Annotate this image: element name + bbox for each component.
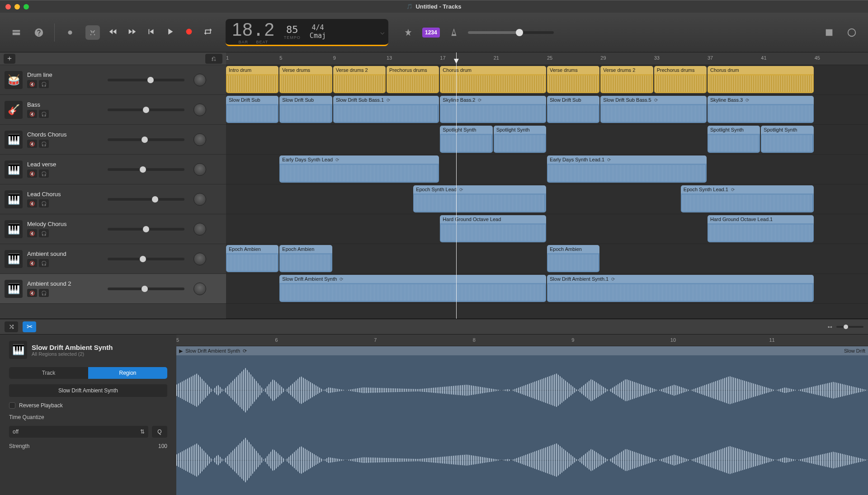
- track-lane[interactable]: Early Days Synth Lead ⟳Early Days Synth …: [226, 155, 868, 184]
- mute-button[interactable]: 🔇: [27, 140, 37, 148]
- track-volume-slider[interactable]: [108, 108, 184, 111]
- track-name[interactable]: Chords Chorus: [27, 131, 99, 138]
- editor-clip-header[interactable]: ▶ Slow Drift Ambient Synth ⟳ Slow Drift: [176, 346, 868, 355]
- track-volume-slider[interactable]: [108, 288, 184, 290]
- track-lane[interactable]: Epoch AmbienEpoch AmbienEpoch Ambien: [226, 244, 868, 274]
- arrangement-timeline[interactable]: 159131721252933374145 Intro drumVerse dr…: [226, 52, 868, 319]
- library-icon[interactable]: [9, 25, 24, 40]
- minimize-window-icon[interactable]: [14, 4, 20, 9]
- region[interactable]: Spotlight Synth: [440, 126, 492, 153]
- quantize-button[interactable]: Q: [152, 426, 167, 438]
- track-lane[interactable]: Hard Ground Octave LeadHard Ground Octav…: [226, 214, 868, 244]
- mute-button[interactable]: 🔇: [27, 199, 37, 207]
- track-header[interactable]: 🎹 Lead verse 🔇 🎧: [0, 155, 226, 184]
- track-name[interactable]: Drum line: [27, 71, 99, 78]
- help-icon[interactable]: [32, 25, 46, 40]
- record-button[interactable]: [184, 27, 194, 38]
- region[interactable]: Slow Drift Sub: [547, 96, 599, 123]
- track-name[interactable]: Bass: [27, 101, 99, 108]
- region[interactable]: Epoch Ambien: [547, 245, 599, 272]
- add-track-button[interactable]: ＋: [4, 54, 15, 64]
- region[interactable]: Verse drums: [279, 66, 332, 93]
- track-volume-slider[interactable]: [108, 79, 184, 81]
- notepad-icon[interactable]: [822, 25, 836, 40]
- region[interactable]: Slow Drift Ambient Synth ⟳: [279, 275, 546, 302]
- region[interactable]: Verse drums: [547, 66, 599, 93]
- playhead[interactable]: [456, 52, 457, 319]
- region[interactable]: Slow Drift Ambient Synth.1 ⟳: [547, 275, 814, 302]
- play-clip-icon[interactable]: ▶: [179, 348, 183, 354]
- region[interactable]: Prechorus drums: [387, 66, 439, 93]
- editor-ruler[interactable]: 567891011: [176, 335, 868, 346]
- headphones-button[interactable]: 🎧: [39, 259, 49, 267]
- headphones-button[interactable]: 🎧: [39, 199, 49, 207]
- region[interactable]: Spotlight Synth: [708, 126, 760, 153]
- track-name[interactable]: Ambient sound: [27, 250, 99, 257]
- tuner-icon[interactable]: [401, 25, 415, 40]
- headphones-button[interactable]: 🎧: [39, 140, 49, 148]
- region[interactable]: Slow Drift Sub Bass.1 ⟳: [333, 96, 439, 123]
- track-header[interactable]: 🎸 Bass 🔇 🎧: [0, 95, 226, 125]
- region[interactable]: Skyline Bass.3 ⟳: [708, 96, 814, 123]
- zoom-window-icon[interactable]: [24, 4, 29, 9]
- master-volume-slider[interactable]: [468, 31, 554, 34]
- region[interactable]: Spotlight Synth: [761, 126, 813, 153]
- automation-toggle-icon[interactable]: ⎌: [205, 54, 222, 64]
- brightness-icon[interactable]: [63, 25, 77, 40]
- region[interactable]: Verse drums 2: [333, 66, 386, 93]
- track-region-segmented[interactable]: Track Region: [9, 367, 167, 379]
- track-volume-slider[interactable]: [108, 258, 184, 260]
- region[interactable]: Epoch Synth Lead ⟳: [413, 185, 546, 212]
- mute-button[interactable]: 🔇: [27, 80, 37, 88]
- track-lane[interactable]: Intro drumVerse drumsVerse drums 2Precho…: [226, 65, 868, 95]
- cycle-button[interactable]: [203, 27, 213, 38]
- track-name[interactable]: Melody Chorus: [27, 221, 99, 227]
- track-volume-slider[interactable]: [108, 198, 184, 201]
- headphones-button[interactable]: 🎧: [39, 80, 49, 88]
- track-header[interactable]: 🎹 Ambient sound 2 🔇 🎧: [0, 274, 226, 304]
- chevron-down-icon[interactable]: ⌵: [380, 28, 385, 36]
- traffic-lights[interactable]: [5, 4, 29, 9]
- track-name[interactable]: Lead Chorus: [27, 191, 99, 198]
- track-pan-knob[interactable]: [193, 193, 206, 206]
- reverse-playback-checkbox[interactable]: Reverse Playback: [9, 402, 167, 409]
- count-in-button[interactable]: 1234: [422, 28, 440, 38]
- tab-track[interactable]: Track: [9, 367, 88, 379]
- region[interactable]: Spotlight Synth: [494, 126, 546, 153]
- region[interactable]: Prechorus drums: [654, 66, 707, 93]
- track-lane[interactable]: Slow Drift Ambient Synth ⟳Slow Drift Amb…: [226, 274, 868, 304]
- track-lane[interactable]: Slow Drift SubSlow Drift SubSlow Drift S…: [226, 95, 868, 125]
- track-volume-slider[interactable]: [108, 138, 184, 141]
- play-button[interactable]: [165, 27, 175, 38]
- headphones-button[interactable]: 🎧: [39, 170, 49, 178]
- headphones-button[interactable]: 🎧: [39, 289, 49, 297]
- tab-region[interactable]: Region: [88, 367, 167, 379]
- track-volume-slider[interactable]: [108, 168, 184, 171]
- region[interactable]: Epoch Synth Lead.1 ⟳: [681, 185, 814, 212]
- track-name[interactable]: Lead verse: [27, 161, 99, 168]
- track-pan-knob[interactable]: [193, 253, 206, 265]
- region[interactable]: Epoch Ambien: [226, 245, 278, 272]
- lcd-key[interactable]: Cmaj: [310, 32, 326, 40]
- checkbox-icon[interactable]: [9, 402, 15, 409]
- region[interactable]: Early Days Synth Lead ⟳: [279, 156, 439, 183]
- track-lane[interactable]: Epoch Synth Lead ⟳Epoch Synth Lead.1 ⟳: [226, 184, 868, 214]
- scissors-icon[interactable]: [85, 25, 100, 40]
- track-header[interactable]: 🎹 Ambient sound 🔇 🎧: [0, 244, 226, 274]
- lcd-tempo[interactable]: 85: [286, 24, 298, 35]
- track-pan-knob[interactable]: [193, 74, 206, 86]
- track-pan-knob[interactable]: [193, 223, 206, 236]
- region[interactable]: Epoch Ambien: [279, 245, 332, 272]
- mute-button[interactable]: 🔇: [27, 170, 37, 178]
- region[interactable]: Slow Drift Sub Bass.5 ⟳: [600, 96, 707, 123]
- editor-shuffle-icon[interactable]: ⤭: [5, 321, 18, 332]
- lcd-display[interactable]: 18.2 BAR BEAT 85 TEMPO 4/4 Cmaj ⌵: [226, 19, 388, 46]
- fast-forward-button[interactable]: [127, 27, 137, 38]
- metronome-icon[interactable]: [447, 25, 461, 40]
- quantize-select[interactable]: off ⇅: [9, 426, 148, 438]
- track-name[interactable]: Ambient sound 2: [27, 280, 99, 287]
- track-volume-slider[interactable]: [108, 228, 184, 231]
- editor-zoom-slider[interactable]: ↔: [826, 323, 863, 331]
- track-pan-knob[interactable]: [193, 163, 206, 176]
- bar-ruler[interactable]: 159131721252933374145: [226, 52, 868, 65]
